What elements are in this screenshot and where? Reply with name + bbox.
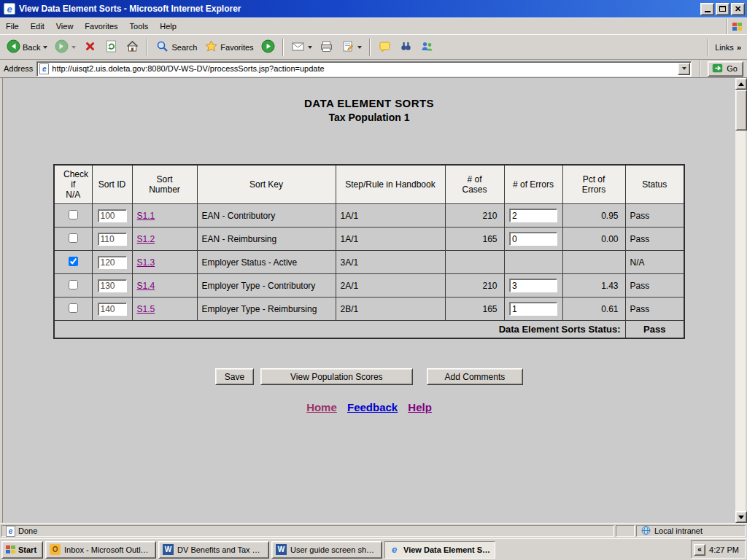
save-button[interactable]: Save <box>215 368 254 385</box>
mail-dropdown-icon[interactable] <box>308 46 312 49</box>
tray-chevron-button[interactable]: « <box>694 544 705 556</box>
address-field[interactable]: e http://uisqt2.uis.doleta.gov:8080/DV-W… <box>36 61 692 77</box>
favorites-button[interactable]: Favorites <box>201 37 257 57</box>
errors-input[interactable] <box>509 279 557 292</box>
titlebar: e View Data Element Sorts - Microsoft In… <box>0 0 747 18</box>
edit-button[interactable] <box>337 37 365 57</box>
table-row: S1.1 EAN - Contributory 1A/1 210 0.95 Pa… <box>54 204 684 228</box>
taskbar-item-word-1[interactable]: W DV Benefits and Tax Han... <box>158 541 269 559</box>
footer-links: Home Feedback Help <box>3 401 735 413</box>
errors-input[interactable] <box>509 209 557 222</box>
help-link[interactable]: Help <box>408 401 432 413</box>
errors-input[interactable] <box>509 302 557 316</box>
sort-number-link[interactable]: S1.2 <box>137 234 155 244</box>
research-button[interactable] <box>395 37 417 57</box>
col-check-na: Check if N/A <box>54 165 92 204</box>
toolbar-separator <box>282 39 284 56</box>
na-checkbox[interactable] <box>69 233 78 243</box>
forward-dropdown-icon[interactable] <box>71 46 76 49</box>
toolbar: Back Search Favorites <box>0 34 747 60</box>
scroll-down-button[interactable] <box>735 511 747 523</box>
go-button[interactable]: Go <box>708 61 743 77</box>
pct-cell: 0.61 <box>562 298 625 321</box>
sort-id-input[interactable] <box>98 279 127 292</box>
scroll-up-button[interactable] <box>735 78 747 90</box>
taskbar-item-outlook[interactable]: O Inbox - Microsoft Outlook <box>45 541 156 559</box>
step-rule-cell: 2B/1 <box>336 298 445 321</box>
home-link[interactable]: Home <box>306 401 337 413</box>
edit-dropdown-icon[interactable] <box>357 46 362 49</box>
ie-window: e View Data Element Sorts - Microsoft In… <box>0 0 747 560</box>
home-button[interactable] <box>122 37 143 57</box>
errors-cell-empty <box>504 251 562 274</box>
footer-row: Data Element Sorts Status: Pass <box>54 321 684 339</box>
print-button[interactable] <box>316 37 337 57</box>
messenger-icon <box>420 39 434 55</box>
cases-cell: 210 <box>445 274 504 298</box>
media-button[interactable] <box>258 37 279 57</box>
forward-button[interactable] <box>51 37 80 57</box>
feedback-link[interactable]: Feedback <box>347 401 398 413</box>
taskbar-item-ie-active[interactable]: e View Data Element So... <box>384 541 495 559</box>
sort-id-input[interactable] <box>98 303 127 316</box>
sort-id-input[interactable] <box>98 209 127 222</box>
outlook-icon: O <box>50 544 61 555</box>
page: DATA ELEMENT SORTS Tax Population 1 Chec… <box>2 78 735 523</box>
maximize-icon <box>719 6 726 12</box>
sort-number-link[interactable]: S1.4 <box>137 281 155 291</box>
sort-id-input[interactable] <box>98 256 127 269</box>
sort-key-cell: Employer Status - Active <box>197 251 336 274</box>
toolbar-separator <box>369 39 371 56</box>
address-bar: Address e http://uisqt2.uis.doleta.gov:8… <box>0 60 747 78</box>
browser-content: DATA ELEMENT SORTS Tax Population 1 Chec… <box>0 78 747 523</box>
menu-help[interactable]: Help <box>154 18 182 34</box>
errors-input[interactable] <box>509 232 557 246</box>
scrollbar-thumb[interactable] <box>735 90 747 131</box>
favorites-star-icon <box>204 39 218 55</box>
na-checkbox[interactable] <box>69 280 78 289</box>
search-button[interactable]: Search <box>152 37 201 57</box>
start-button[interactable]: Start <box>1 541 43 559</box>
sort-number-link[interactable]: S1.3 <box>137 257 155 268</box>
menu-view[interactable]: View <box>50 18 80 34</box>
windows-logo-icon <box>727 18 747 34</box>
stop-button[interactable] <box>80 37 101 57</box>
minimize-button[interactable] <box>700 3 714 15</box>
status-cell: N/A <box>625 251 684 274</box>
na-checkbox[interactable] <box>69 210 78 219</box>
links-label[interactable]: Links <box>715 43 734 52</box>
minimize-icon <box>705 11 711 12</box>
vertical-scrollbar[interactable] <box>735 78 747 523</box>
maximize-button[interactable] <box>716 3 729 15</box>
sort-number-link[interactable]: S1.1 <box>137 211 155 221</box>
address-dropdown-button[interactable] <box>678 63 690 75</box>
taskbar-item-word-2[interactable]: W User guide screen shots ... <box>271 541 382 559</box>
messenger-button[interactable] <box>417 37 438 57</box>
step-rule-cell: 3A/1 <box>336 251 445 274</box>
refresh-button[interactable] <box>101 37 122 57</box>
sort-number-link[interactable]: S1.5 <box>137 304 155 314</box>
address-input[interactable]: http://uisqt2.uis.doleta.gov:8080/DV-WS-… <box>52 64 675 73</box>
na-checkbox[interactable] <box>69 257 78 266</box>
step-rule-cell: 2A/1 <box>336 274 445 298</box>
menu-file[interactable]: File <box>0 18 25 34</box>
page-title: DATA ELEMENT SORTS <box>3 97 735 109</box>
close-button[interactable]: ✕ <box>731 3 745 15</box>
cases-cell <box>445 251 504 274</box>
sort-id-input[interactable] <box>98 233 127 246</box>
discuss-button[interactable] <box>374 37 395 57</box>
na-checkbox[interactable] <box>69 303 78 313</box>
overall-status-label: Data Element Sorts Status: <box>54 321 625 339</box>
back-button[interactable]: Back <box>3 37 51 57</box>
add-comments-button[interactable]: Add Comments <box>427 368 524 385</box>
menu-edit[interactable]: Edit <box>25 18 50 34</box>
back-dropdown-icon[interactable] <box>43 46 47 49</box>
menu-favorites[interactable]: Favorites <box>79 18 123 34</box>
cases-cell: 210 <box>445 204 504 228</box>
view-population-scores-button[interactable]: View Population Scores <box>260 368 413 385</box>
scrollbar-track[interactable] <box>735 131 746 511</box>
overall-status-value: Pass <box>625 321 684 339</box>
links-chevron-icon[interactable]: » <box>737 43 741 52</box>
mail-button[interactable] <box>287 37 316 57</box>
menu-tools[interactable]: Tools <box>124 18 155 34</box>
